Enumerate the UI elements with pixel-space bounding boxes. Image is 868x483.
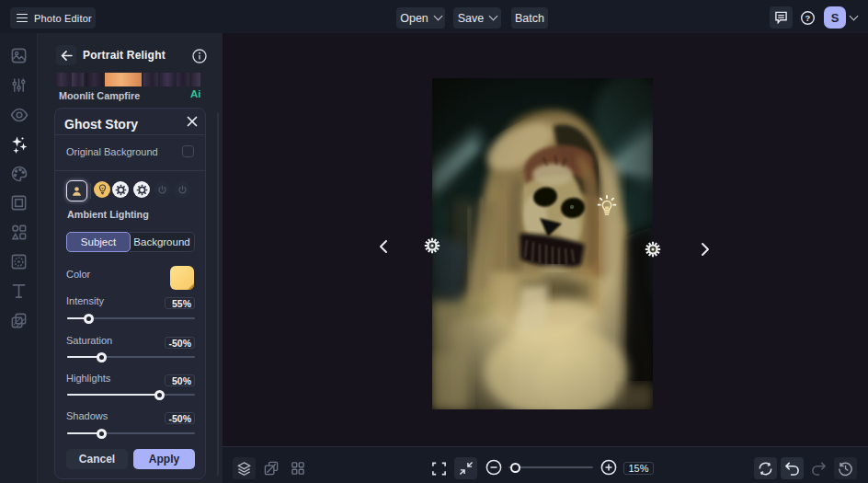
svg-text:?: ?	[805, 12, 811, 22]
